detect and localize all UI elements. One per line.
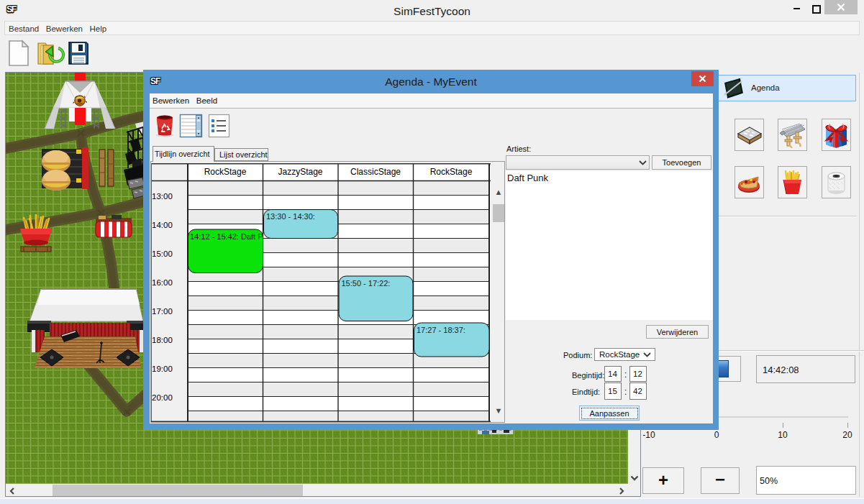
svg-text:16:00: 16:00 [152, 278, 173, 287]
svg-text:JazzyStage: JazzyStage [278, 167, 322, 177]
svg-text:14:00: 14:00 [152, 221, 173, 229]
svg-text:17:00: 17:00 [152, 307, 173, 316]
svg-text:13:00: 13:00 [152, 192, 173, 201]
svg-text:15:50 - 17:22:: 15:50 - 17:22: [342, 279, 391, 288]
svg-text:ClassicStage: ClassicStage [350, 167, 401, 177]
svg-text:19:00: 19:00 [152, 365, 173, 373]
svg-text:14:12 - 15:42: Daft Pu: 14:12 - 15:42: Daft Pu [190, 232, 268, 241]
svg-text:RockStage: RockStage [430, 167, 473, 177]
svg-text:15:00: 15:00 [152, 249, 173, 258]
svg-text:RockStage: RockStage [204, 167, 247, 177]
svg-text:18:00: 18:00 [152, 336, 173, 344]
svg-text:13:30 - 14:30:: 13:30 - 14:30: [266, 212, 315, 221]
svg-text:17:27 - 18:37:: 17:27 - 18:37: [417, 326, 465, 334]
svg-text:20:00: 20:00 [152, 393, 173, 402]
